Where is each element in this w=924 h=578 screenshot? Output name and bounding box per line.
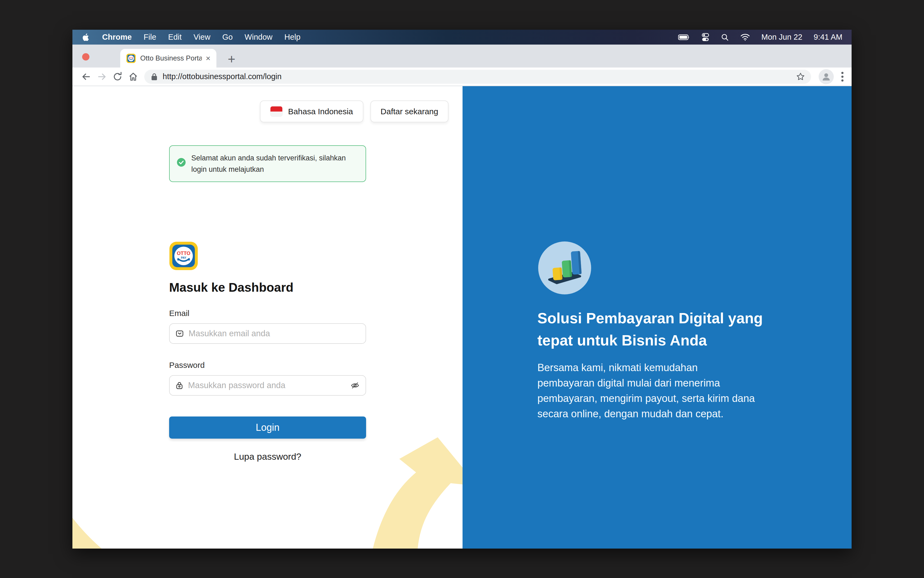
tab-close-icon[interactable]: × [206,54,211,63]
kebab-menu-icon[interactable] [841,71,844,83]
check-circle-icon [177,158,186,170]
email-label: Email [169,309,189,318]
password-label: Password [169,360,205,370]
menubar-item-chrome[interactable]: Chrome [102,32,132,42]
login-heading: Masuk ke Dashboard [169,280,294,295]
logo-text-primary: OTTO [177,251,190,256]
tab-favicon [126,54,136,63]
forgot-password-link[interactable]: Lupa password? [169,451,366,462]
ottopay-logo: OTTO PAY [169,242,198,270]
login-button[interactable]: Login [169,416,366,438]
register-button-label: Daftar sekarang [381,107,438,116]
menubar-item-file[interactable]: File [144,32,156,42]
email-icon [175,330,184,338]
hero-panel: Solusi Pembayaran Digital yang tepat unt… [463,86,852,549]
chrome-tabstrip: Otto Business Portal × + [72,45,852,68]
register-button[interactable]: Daftar sekarang [370,101,448,122]
star-icon[interactable] [796,72,805,81]
language-button-label: Bahasa Indonesia [288,107,353,116]
browser-tab[interactable]: Otto Business Portal × [120,49,216,68]
chrome-toolbar: http://ottobusinessportal.com/login [72,68,852,86]
menubar-item-help[interactable]: Help [284,32,300,42]
home-icon[interactable] [125,69,141,84]
profile-icon[interactable] [818,69,834,84]
page-content: Bahasa Indonesia Daftar sekarang Selamat… [72,86,852,549]
address-bar[interactable]: http://ottobusinessportal.com/login [144,70,811,84]
new-tab-button[interactable]: + [228,51,235,68]
email-input[interactable] [188,328,360,339]
language-button[interactable]: Bahasa Indonesia [260,101,363,122]
battery-icon[interactable] [678,34,690,41]
logo-text-secondary: PAY [181,256,186,259]
password-input[interactable] [187,380,351,391]
close-window-button[interactable] [82,53,89,60]
hero-body: Bersama kami, nikmati kemudahan pembayar… [538,360,756,422]
login-panel: Bahasa Indonesia Daftar sekarang Selamat… [72,86,463,549]
eye-off-icon[interactable] [351,382,360,390]
macos-menubar: Chrome File Edit View Go Window Help Mon… [72,30,852,45]
menubar-item-window[interactable]: Window [245,32,272,42]
url-text[interactable]: http://ottobusinessportal.com/login [162,72,796,81]
menubar-date[interactable]: Mon Jun 22 [762,32,802,42]
back-icon[interactable] [78,69,94,84]
apple-icon[interactable] [81,33,90,42]
forward-icon[interactable] [94,69,110,84]
menubar-item-edit[interactable]: Edit [168,32,182,42]
email-field-wrap [169,323,366,344]
password-field-wrap [169,375,366,396]
macos-screen: Chrome File Edit View Go Window Help Mon… [72,30,852,549]
bar-chart-illustration [538,242,591,294]
hero-title: Solusi Pembayaran Digital yang tepat unt… [538,307,781,351]
fullscreen-window-button[interactable] [111,53,118,60]
wifi-icon[interactable] [740,34,750,41]
menubar-item-view[interactable]: View [193,32,210,42]
minimize-window-button[interactable] [96,53,104,60]
indonesia-flag-icon [270,106,283,117]
success-alert: Selamat akun anda sudah terverifikasi, s… [169,145,366,182]
tab-title: Otto Business Portal [140,54,202,62]
spotlight-icon[interactable] [721,33,729,41]
reload-icon[interactable] [110,69,125,84]
menubar-time[interactable]: 9:41 AM [814,32,843,42]
lock-icon [175,382,183,390]
padlock-icon[interactable] [151,73,158,81]
control-center-icon[interactable] [702,33,710,42]
success-alert-text: Selamat akun anda sudah terverifikasi, s… [191,154,346,174]
menubar-item-go[interactable]: Go [222,32,233,42]
